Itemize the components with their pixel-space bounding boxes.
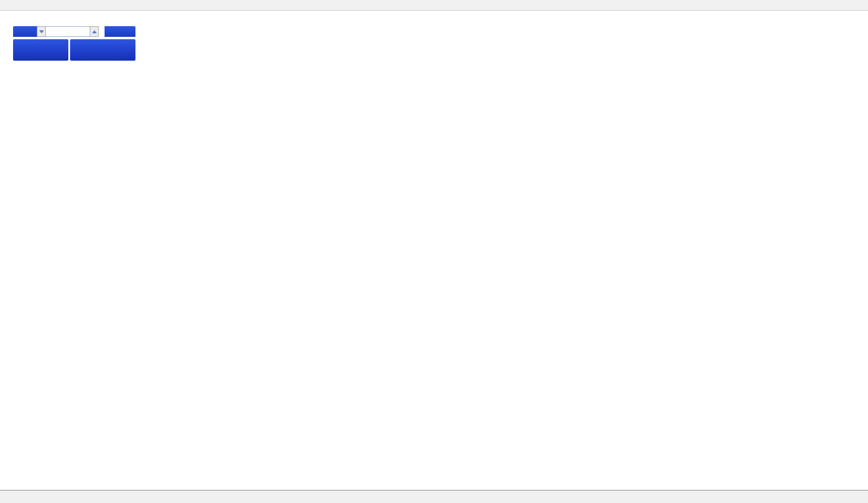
sell-button[interactable]: [13, 26, 37, 37]
chart-canvas[interactable]: [0, 0, 868, 503]
one-click-trading-widget: [13, 26, 135, 61]
arrow-up-icon: [92, 30, 97, 33]
chart-tabs-bar: [0, 490, 868, 503]
buy-price-panel[interactable]: [70, 39, 135, 61]
arrow-down-icon: [39, 30, 44, 33]
buy-button[interactable]: [105, 26, 135, 37]
timeframe-toolbar: [0, 0, 868, 11]
volume-increase-button[interactable]: [90, 26, 99, 37]
volume-spinner: [37, 26, 99, 37]
sell-price-panel[interactable]: [13, 39, 68, 61]
trading-terminal: [0, 0, 868, 503]
volume-input[interactable]: [46, 26, 90, 37]
volume-decrease-button[interactable]: [37, 26, 46, 37]
